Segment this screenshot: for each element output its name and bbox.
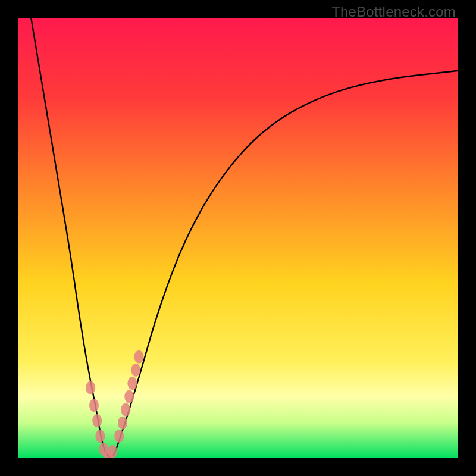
curve-marker [134, 350, 144, 364]
watermark-text: TheBottleneck.com [331, 4, 456, 20]
curve-marker [86, 381, 95, 394]
curve-marker [92, 414, 102, 427]
curve-marker [89, 399, 99, 412]
curve-marker [121, 403, 130, 416]
curve-marker [127, 377, 137, 390]
curve-marker [131, 364, 140, 377]
bottleneck-curve [31, 18, 458, 457]
plot-area [18, 18, 458, 458]
marker-group [86, 350, 143, 458]
curve-marker [95, 430, 105, 443]
chart-frame: TheBottleneck.com [0, 0, 476, 476]
curve-marker [118, 416, 127, 430]
curve-layer [18, 18, 458, 458]
curve-marker [108, 445, 117, 458]
curve-marker [114, 430, 124, 443]
curve-marker [124, 390, 134, 403]
